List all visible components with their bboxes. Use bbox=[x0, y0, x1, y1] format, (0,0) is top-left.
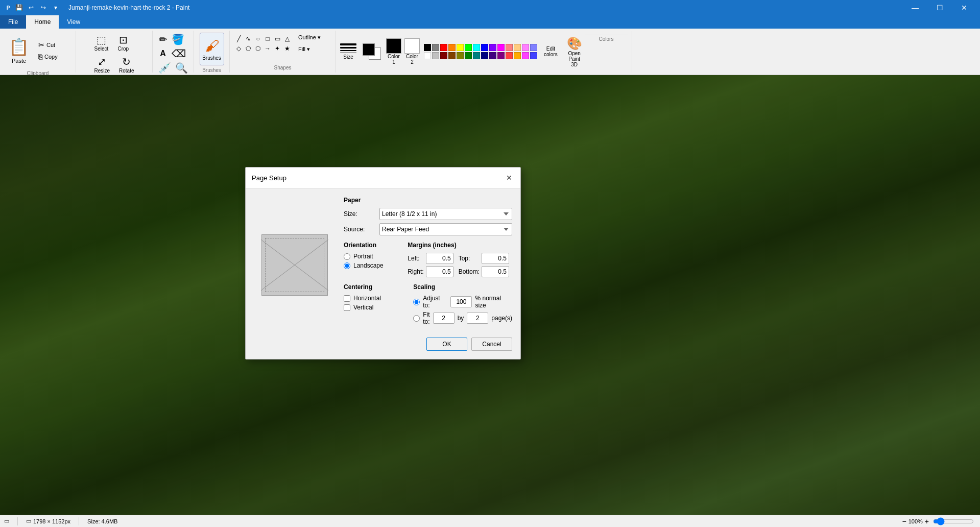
color-swatch[interactable] bbox=[530, 52, 537, 59]
horizontal-checkbox[interactable] bbox=[344, 295, 350, 302]
shape-roundrect[interactable]: ▭ bbox=[273, 34, 282, 43]
color-swatch[interactable] bbox=[506, 44, 513, 51]
color-swatch[interactable] bbox=[530, 44, 537, 51]
rotate-button[interactable]: ↻ Rotate bbox=[115, 55, 137, 76]
brushes-button[interactable]: 🖌 Brushes bbox=[200, 33, 224, 65]
shape-pentagon[interactable]: ⬠ bbox=[244, 44, 253, 53]
tab-home[interactable]: Home bbox=[26, 15, 59, 29]
color-swatch[interactable] bbox=[448, 52, 456, 59]
magnify-button[interactable]: 🔍 bbox=[174, 61, 189, 75]
color-swatch[interactable] bbox=[424, 44, 431, 51]
color-swatch[interactable] bbox=[497, 52, 505, 59]
color-swatch[interactable] bbox=[465, 52, 472, 59]
color-swatch[interactable] bbox=[432, 44, 439, 51]
source-select[interactable]: Rear Paper Feed Manual Feed bbox=[379, 223, 512, 235]
color-swatches-container bbox=[424, 33, 537, 70]
vertical-checkbox[interactable] bbox=[344, 304, 350, 311]
color-swatch[interactable] bbox=[440, 52, 447, 59]
shape-arrow[interactable]: → bbox=[263, 44, 272, 53]
cancel-button[interactable]: Cancel bbox=[471, 338, 512, 351]
color-swatch[interactable] bbox=[481, 52, 488, 59]
qat-more[interactable]: ▾ bbox=[50, 2, 61, 13]
color-swatch[interactable] bbox=[514, 44, 521, 51]
adjust-input[interactable] bbox=[450, 296, 472, 307]
color-swatch[interactable] bbox=[457, 44, 464, 51]
edit-colors-button[interactable]: Edit colors bbox=[541, 44, 560, 59]
color-swatch[interactable] bbox=[514, 52, 521, 59]
ok-button[interactable]: OK bbox=[426, 338, 467, 351]
color-swatch[interactable] bbox=[522, 44, 529, 51]
color-swatch[interactable] bbox=[522, 52, 529, 59]
paste-button[interactable]: 📋 Paste bbox=[4, 33, 34, 68]
eyedropper-button[interactable]: 💉 bbox=[157, 61, 173, 75]
close-button[interactable]: ✕ bbox=[952, 0, 976, 15]
color1-swatch[interactable] bbox=[386, 38, 401, 54]
outline-button[interactable]: Outline ▾ bbox=[296, 33, 331, 42]
top-input[interactable] bbox=[482, 253, 509, 264]
color-swatch[interactable] bbox=[506, 52, 513, 59]
zoom-out-btn[interactable]: − bbox=[902, 517, 906, 525]
text-button[interactable]: A bbox=[157, 48, 169, 59]
color-swatch[interactable] bbox=[473, 44, 480, 51]
eraser-button[interactable]: ⌫ bbox=[170, 47, 187, 60]
fill-button[interactable]: 🪣 bbox=[170, 33, 186, 46]
color-swatch[interactable] bbox=[489, 52, 496, 59]
color-swatch[interactable] bbox=[432, 52, 439, 59]
shape-hexagon[interactable]: ⬡ bbox=[253, 44, 262, 53]
shape-line[interactable]: ╱ bbox=[234, 34, 243, 43]
copy-button[interactable]: ⎘ Copy bbox=[36, 51, 71, 62]
crop-label: Crop bbox=[117, 46, 129, 52]
minimize-button[interactable]: — bbox=[903, 0, 927, 15]
color-swatch[interactable] bbox=[440, 44, 447, 51]
crop-button[interactable]: ⊡ Crop bbox=[114, 33, 132, 54]
bottom-input[interactable] bbox=[482, 266, 509, 277]
dialog-close-button[interactable]: ✕ bbox=[504, 173, 514, 183]
right-input[interactable] bbox=[426, 266, 453, 277]
zoom-slider[interactable] bbox=[933, 517, 974, 525]
dialog-buttons: OK Cancel bbox=[254, 333, 512, 351]
size-button[interactable]: Size bbox=[340, 43, 356, 60]
shape-curve[interactable]: ∿ bbox=[244, 34, 253, 43]
qat-undo[interactable]: ↩ bbox=[26, 2, 37, 13]
size-select[interactable]: Letter (8 1/2 x 11 in) A4 (210 x 297 mm)… bbox=[379, 208, 512, 220]
shape-oval[interactable]: ○ bbox=[253, 34, 262, 43]
tab-view[interactable]: View bbox=[59, 15, 88, 29]
color-swatch[interactable] bbox=[424, 52, 431, 59]
left-input[interactable] bbox=[426, 253, 453, 264]
color-swatch[interactable] bbox=[497, 44, 505, 51]
group-shapes: ╱ ∿ ○ □ ▭ △ ◇ ⬠ ⬡ → ✦ ★ bbox=[230, 31, 336, 73]
color-swatch[interactable] bbox=[473, 52, 480, 59]
pencil-button[interactable]: ✏ bbox=[157, 33, 169, 46]
fill-shape-button[interactable]: Fill ▾ bbox=[296, 44, 331, 54]
shape-diamond[interactable]: ◇ bbox=[234, 44, 243, 53]
resize-button[interactable]: ⤢ Resize bbox=[90, 55, 113, 76]
shape-rect[interactable]: □ bbox=[263, 34, 272, 43]
foreground-color[interactable] bbox=[363, 43, 375, 56]
fitto-radio[interactable] bbox=[413, 315, 420, 322]
landscape-radio[interactable] bbox=[344, 262, 350, 269]
color-swatch[interactable] bbox=[489, 44, 496, 51]
tab-file[interactable]: File bbox=[0, 15, 26, 29]
color-swatch[interactable] bbox=[481, 44, 488, 51]
portrait-radio[interactable] bbox=[344, 253, 350, 260]
cut-button[interactable]: ✂ Cut bbox=[36, 39, 71, 51]
qat-save[interactable]: 💾 bbox=[13, 2, 25, 13]
select-button[interactable]: ⬚ Select bbox=[90, 33, 112, 54]
fit-y-input[interactable] bbox=[467, 313, 488, 324]
brushes-group-label: Brushes bbox=[202, 65, 221, 73]
shape-triangle[interactable]: △ bbox=[282, 34, 292, 43]
margin-grid: Left: Top: Right: Bottom: bbox=[408, 253, 512, 277]
color2-swatch[interactable] bbox=[404, 38, 420, 54]
pencil-icon: ✏ bbox=[159, 34, 168, 44]
color-swatch[interactable] bbox=[448, 44, 456, 51]
color-swatch[interactable] bbox=[457, 52, 464, 59]
qat-redo[interactable]: ↪ bbox=[38, 2, 49, 13]
maximize-button[interactable]: ☐ bbox=[928, 0, 951, 15]
color-swatch[interactable] bbox=[465, 44, 472, 51]
shape-star4[interactable]: ✦ bbox=[273, 44, 282, 53]
adjust-radio[interactable] bbox=[413, 299, 420, 305]
shape-star5[interactable]: ★ bbox=[282, 44, 292, 53]
fit-x-input[interactable] bbox=[433, 313, 455, 324]
zoom-in-btn[interactable]: + bbox=[925, 517, 929, 525]
open-paint3d-button[interactable]: 🎨 Open Paint 3D bbox=[564, 34, 585, 70]
